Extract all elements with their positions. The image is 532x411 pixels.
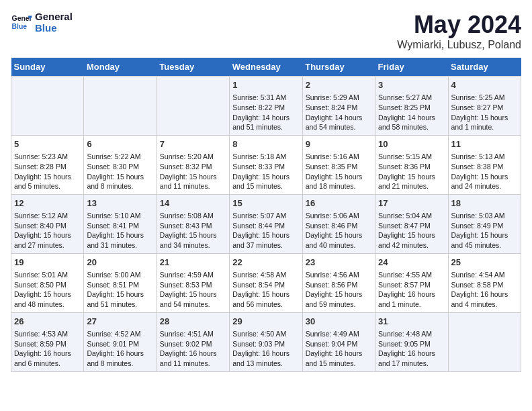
day-number: 24 — [378, 257, 445, 269]
calendar-header-row: Sunday Monday Tuesday Wednesday Thursday… — [11, 58, 521, 77]
cell-details: Sunrise: 4:53 AMSunset: 8:59 PMDaylight:… — [14, 329, 81, 369]
calendar-cell: 2Sunrise: 5:29 AMSunset: 8:24 PMDaylight… — [302, 77, 375, 136]
day-number: 10 — [378, 138, 445, 150]
calendar-cell: 19Sunrise: 5:01 AMSunset: 8:50 PMDayligh… — [11, 253, 84, 312]
cell-details: Sunrise: 4:49 AMSunset: 9:04 PMDaylight:… — [306, 329, 372, 369]
calendar-cell: 16Sunrise: 5:06 AMSunset: 8:46 PMDayligh… — [302, 194, 375, 253]
cell-details: Sunrise: 5:25 AMSunset: 8:27 PMDaylight:… — [451, 93, 518, 132]
calendar-cell: 14Sunrise: 5:08 AMSunset: 8:43 PMDayligh… — [157, 194, 229, 253]
day-number: 6 — [87, 138, 153, 150]
calendar-cell: 13Sunrise: 5:10 AMSunset: 8:41 PMDayligh… — [84, 194, 157, 253]
col-wednesday: Wednesday — [230, 58, 302, 77]
calendar-cell: 4Sunrise: 5:25 AMSunset: 8:27 PMDaylight… — [448, 77, 521, 136]
calendar-cell: 15Sunrise: 5:07 AMSunset: 8:44 PMDayligh… — [230, 194, 302, 253]
cell-details: Sunrise: 4:52 AMSunset: 9:01 PMDaylight:… — [87, 329, 153, 369]
day-number: 16 — [306, 197, 372, 210]
calendar-cell: 23Sunrise: 4:56 AMSunset: 8:56 PMDayligh… — [302, 253, 375, 312]
cell-details: Sunrise: 4:50 AMSunset: 9:03 PMDaylight:… — [232, 329, 299, 369]
day-number: 5 — [14, 138, 81, 150]
day-number: 14 — [160, 197, 226, 210]
calendar-cell: 3Sunrise: 5:27 AMSunset: 8:25 PMDaylight… — [375, 77, 448, 136]
calendar-week-row: 19Sunrise: 5:01 AMSunset: 8:50 PMDayligh… — [11, 253, 521, 312]
cell-details: Sunrise: 5:08 AMSunset: 8:43 PMDaylight:… — [160, 211, 226, 250]
cell-details: Sunrise: 5:07 AMSunset: 8:44 PMDaylight:… — [232, 211, 299, 250]
calendar-title: May 2024 — [397, 11, 521, 39]
calendar-cell: 20Sunrise: 5:00 AMSunset: 8:51 PMDayligh… — [84, 253, 157, 312]
calendar-cell: 25Sunrise: 4:54 AMSunset: 8:58 PMDayligh… — [448, 253, 521, 312]
calendar-cell: 8Sunrise: 5:18 AMSunset: 8:33 PMDaylight… — [230, 135, 302, 194]
calendar-cell: 11Sunrise: 5:13 AMSunset: 8:38 PMDayligh… — [448, 135, 521, 194]
cell-details: Sunrise: 4:59 AMSunset: 8:53 PMDaylight:… — [160, 270, 226, 310]
cell-details: Sunrise: 5:00 AMSunset: 8:51 PMDaylight:… — [87, 270, 153, 310]
cell-details: Sunrise: 4:51 AMSunset: 9:02 PMDaylight:… — [160, 329, 226, 369]
day-number: 27 — [87, 316, 153, 328]
day-number: 12 — [14, 197, 81, 210]
cell-details: Sunrise: 5:23 AMSunset: 8:28 PMDaylight:… — [14, 152, 81, 191]
cell-details: Sunrise: 5:15 AMSunset: 8:36 PMDaylight:… — [378, 152, 445, 191]
calendar-cell: 5Sunrise: 5:23 AMSunset: 8:28 PMDaylight… — [11, 135, 84, 194]
calendar-cell: 9Sunrise: 5:16 AMSunset: 8:35 PMDaylight… — [302, 135, 375, 194]
cell-details: Sunrise: 5:16 AMSunset: 8:35 PMDaylight:… — [306, 152, 372, 191]
cell-details: Sunrise: 4:48 AMSunset: 9:05 PMDaylight:… — [378, 329, 445, 369]
day-number: 1 — [232, 79, 299, 91]
day-number: 31 — [378, 316, 445, 328]
cell-details: Sunrise: 4:56 AMSunset: 8:56 PMDaylight:… — [306, 270, 372, 310]
cell-details: Sunrise: 5:04 AMSunset: 8:47 PMDaylight:… — [378, 211, 445, 250]
cell-details: Sunrise: 5:18 AMSunset: 8:33 PMDaylight:… — [232, 152, 299, 191]
cell-details: Sunrise: 4:54 AMSunset: 8:58 PMDaylight:… — [451, 270, 518, 310]
day-number: 8 — [232, 138, 299, 150]
col-tuesday: Tuesday — [157, 58, 229, 77]
calendar-cell: 21Sunrise: 4:59 AMSunset: 8:53 PMDayligh… — [157, 253, 229, 312]
day-number: 9 — [306, 138, 372, 150]
calendar-week-row: 26Sunrise: 4:53 AMSunset: 8:59 PMDayligh… — [11, 312, 521, 371]
calendar-cell: 7Sunrise: 5:20 AMSunset: 8:32 PMDaylight… — [157, 135, 229, 194]
day-number: 11 — [451, 138, 518, 150]
calendar-cell — [157, 77, 229, 136]
calendar-cell: 30Sunrise: 4:49 AMSunset: 9:04 PMDayligh… — [302, 312, 375, 371]
calendar-cell: 24Sunrise: 4:55 AMSunset: 8:57 PMDayligh… — [375, 253, 448, 312]
cell-details: Sunrise: 5:10 AMSunset: 8:41 PMDaylight:… — [87, 211, 153, 250]
logo-name: GeneralBlue — [35, 11, 73, 34]
calendar-cell — [448, 312, 521, 371]
calendar-cell: 26Sunrise: 4:53 AMSunset: 8:59 PMDayligh… — [11, 312, 84, 371]
calendar-cell: 22Sunrise: 4:58 AMSunset: 8:54 PMDayligh… — [230, 253, 302, 312]
day-number: 28 — [160, 316, 226, 328]
day-number: 29 — [232, 316, 299, 328]
calendar-cell: 27Sunrise: 4:52 AMSunset: 9:01 PMDayligh… — [84, 312, 157, 371]
day-number: 17 — [378, 197, 445, 210]
cell-details: Sunrise: 5:01 AMSunset: 8:50 PMDaylight:… — [14, 270, 81, 310]
cell-details: Sunrise: 5:31 AMSunset: 8:22 PMDaylight:… — [232, 93, 299, 132]
calendar-cell — [84, 77, 157, 136]
calendar-table: Sunday Monday Tuesday Wednesday Thursday… — [11, 58, 521, 372]
calendar-cell — [11, 77, 84, 136]
day-number: 18 — [451, 197, 518, 210]
day-number: 7 — [160, 138, 226, 150]
page-header: General Blue GeneralBlue May 2024 Wymiar… — [11, 11, 521, 51]
calendar-subtitle: Wymiarki, Lubusz, Poland — [397, 39, 521, 51]
day-number: 4 — [451, 79, 518, 91]
col-monday: Monday — [84, 58, 157, 77]
calendar-cell: 31Sunrise: 4:48 AMSunset: 9:05 PMDayligh… — [375, 312, 448, 371]
day-number: 15 — [232, 197, 299, 210]
calendar-cell: 6Sunrise: 5:22 AMSunset: 8:30 PMDaylight… — [84, 135, 157, 194]
day-number: 13 — [87, 197, 153, 210]
col-thursday: Thursday — [302, 58, 375, 77]
cell-details: Sunrise: 5:20 AMSunset: 8:32 PMDaylight:… — [160, 152, 226, 191]
calendar-cell: 1Sunrise: 5:31 AMSunset: 8:22 PMDaylight… — [230, 77, 302, 136]
day-number: 30 — [306, 316, 372, 328]
svg-text:Blue: Blue — [12, 23, 28, 30]
cell-details: Sunrise: 5:06 AMSunset: 8:46 PMDaylight:… — [306, 211, 372, 250]
day-number: 23 — [306, 257, 372, 269]
calendar-cell: 29Sunrise: 4:50 AMSunset: 9:03 PMDayligh… — [230, 312, 302, 371]
day-number: 26 — [14, 316, 81, 328]
day-number: 21 — [160, 257, 226, 269]
calendar-cell: 17Sunrise: 5:04 AMSunset: 8:47 PMDayligh… — [375, 194, 448, 253]
cell-details: Sunrise: 4:55 AMSunset: 8:57 PMDaylight:… — [378, 270, 445, 310]
title-area: May 2024 Wymiarki, Lubusz, Poland — [397, 11, 521, 51]
calendar-week-row: 5Sunrise: 5:23 AMSunset: 8:28 PMDaylight… — [11, 135, 521, 194]
day-number: 3 — [378, 79, 445, 91]
day-number: 19 — [14, 257, 81, 269]
cell-details: Sunrise: 4:58 AMSunset: 8:54 PMDaylight:… — [232, 270, 299, 310]
cell-details: Sunrise: 5:22 AMSunset: 8:30 PMDaylight:… — [87, 152, 153, 191]
calendar-cell: 18Sunrise: 5:03 AMSunset: 8:49 PMDayligh… — [448, 194, 521, 253]
